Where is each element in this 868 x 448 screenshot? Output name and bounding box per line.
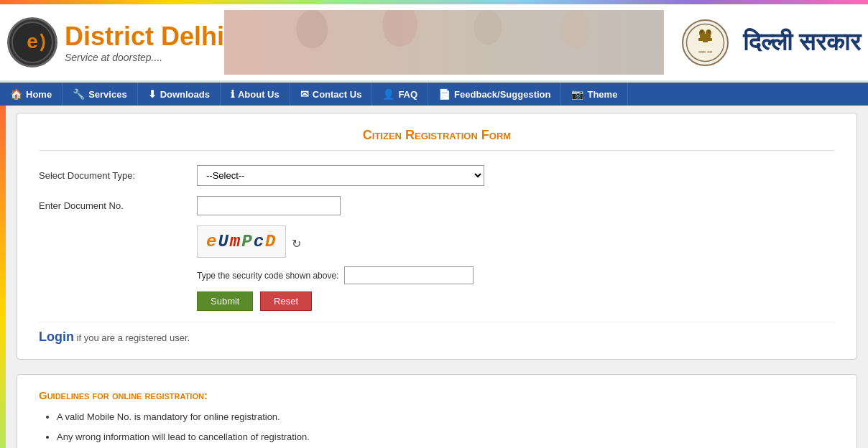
nav-downloads-label: Downloads: [160, 89, 210, 100]
guidelines-list: A valid Mobile No. is mandatory for onli…: [39, 410, 835, 448]
captcha-row: eUmPcD ↻ Type the security code shown ab…: [39, 225, 835, 284]
reset-button[interactable]: Reset: [260, 291, 312, 311]
captcha-image: eUmPcD: [197, 225, 286, 258]
hindi-title: दिल्ली सरकार: [743, 28, 861, 57]
login-section: Login if you are a registered user.: [39, 322, 835, 345]
captcha-input[interactable]: [344, 266, 474, 284]
svg-text:सत्यमेव जयते: सत्यमेव जयते: [698, 50, 712, 54]
nav-feedback-label: Feedback/Suggestion: [454, 89, 550, 100]
submit-button[interactable]: Submit: [197, 291, 253, 311]
nav-feedback[interactable]: 📄 Feedback/Suggestion: [428, 83, 561, 106]
document-type-control: --Select-- Aadhaar Card Voter ID Card: [197, 165, 484, 186]
svg-rect-9: [698, 38, 712, 41]
nav-theme-label: Theme: [587, 89, 617, 100]
svg-text:e: e: [27, 30, 38, 52]
nav-services[interactable]: 🔧 Services: [63, 83, 138, 106]
nav-about-label: About Us: [238, 89, 280, 100]
services-icon: 🔧: [73, 88, 85, 100]
logo-text-area: District Delhi Service at doorstep....: [65, 22, 224, 63]
svg-point-3: [296, 10, 328, 49]
about-icon: ℹ: [231, 88, 234, 100]
contact-icon: ✉: [300, 88, 309, 100]
nav-downloads[interactable]: ⬇ Downloads: [138, 83, 221, 106]
page-header: e District Delhi Service at doorstep....: [0, 4, 868, 83]
logo-area: e District Delhi Service at doorstep....: [7, 17, 224, 67]
guidelines-title: Guidelines for online registration:: [39, 389, 835, 401]
home-icon: 🏠: [10, 88, 22, 100]
left-accent-bar: [0, 106, 6, 448]
government-emblem: सत्यमेव जयते: [678, 12, 732, 73]
emblem-icon: सत्यमेव जयते: [682, 19, 729, 66]
nav-about[interactable]: ℹ About Us: [221, 83, 290, 106]
captcha-refresh-icon[interactable]: ↻: [292, 237, 301, 251]
site-tagline: Service at doorstep....: [65, 52, 224, 63]
faq-icon: 👤: [382, 88, 394, 100]
button-row: Submit Reset: [39, 291, 835, 311]
document-type-row: Select Document Type: --Select-- Aadhaar…: [39, 165, 835, 186]
registration-form-container: Citizen Registration Form Select Documen…: [17, 113, 857, 360]
document-no-input[interactable]: [197, 196, 341, 215]
nav-faq[interactable]: 👤 FAQ: [372, 83, 428, 106]
logo-icon: e: [7, 17, 57, 67]
captcha-input-label: Type the security code shown above:: [197, 271, 338, 281]
nav-contact-label: Contact Us: [313, 89, 362, 100]
svg-point-12: [700, 30, 703, 33]
downloads-icon: ⬇: [148, 88, 157, 100]
nav-services-label: Services: [88, 89, 127, 100]
content-area: Citizen Registration Form Select Documen…: [6, 106, 868, 448]
guidelines-container: Guidelines for online registration: A va…: [17, 374, 857, 448]
feedback-icon: 📄: [438, 88, 451, 100]
main-navbar: 🏠 Home 🔧 Services ⬇ Downloads ℹ About Us…: [0, 83, 868, 106]
guideline-item-2: Any wrong information will lead to cance…: [57, 430, 835, 444]
svg-point-7: [686, 24, 724, 61]
guideline-item-1: A valid Mobile No. is mandatory for onli…: [57, 410, 835, 424]
header-right: सत्यमेव जयते दिल्ली सरकार: [664, 12, 861, 73]
document-no-control: [197, 196, 484, 215]
theme-icon: 📷: [571, 88, 583, 100]
svg-rect-2: [224, 10, 664, 75]
document-type-select[interactable]: --Select-- Aadhaar Card Voter ID Card: [197, 165, 484, 186]
svg-point-6: [560, 10, 591, 49]
nav-faq-label: FAQ: [398, 89, 417, 100]
document-no-label: Enter Document No.: [39, 200, 197, 211]
svg-point-5: [474, 10, 502, 45]
nav-home[interactable]: 🏠 Home: [0, 83, 63, 106]
form-buttons: Submit Reset: [197, 291, 312, 311]
nav-contact[interactable]: ✉ Contact Us: [290, 83, 373, 106]
document-type-label: Select Document Type:: [39, 170, 197, 181]
nav-theme[interactable]: 📷 Theme: [561, 83, 628, 106]
form-title: Citizen Registration Form: [39, 128, 835, 151]
login-text: if you are a registered user.: [77, 332, 190, 343]
captcha-section: eUmPcD ↻ Type the security code shown ab…: [197, 225, 474, 284]
svg-rect-14: [703, 41, 708, 42]
svg-point-13: [708, 30, 711, 33]
nav-home-label: Home: [26, 89, 52, 100]
header-banner-image: [224, 10, 664, 75]
document-no-row: Enter Document No.: [39, 196, 835, 215]
site-title: District Delhi: [65, 22, 224, 52]
login-link[interactable]: Login: [39, 330, 74, 344]
page-body: Citizen Registration Form Select Documen…: [0, 106, 868, 448]
